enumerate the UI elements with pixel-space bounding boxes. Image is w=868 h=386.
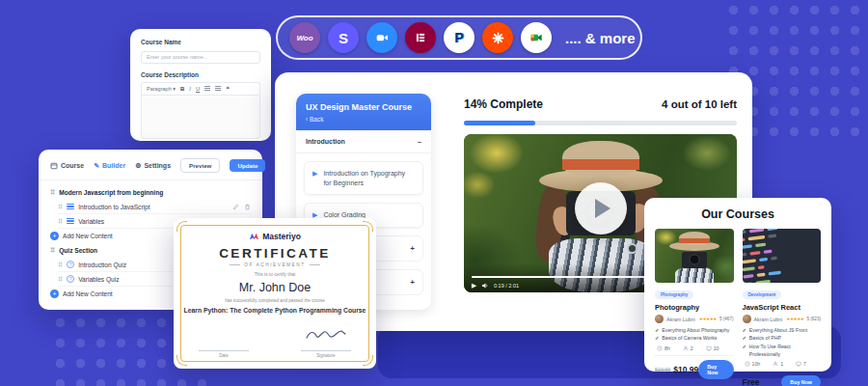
collapse-icon[interactable]: – [418, 138, 421, 145]
lessons-icon [706, 345, 712, 351]
underline-button[interactable]: U [196, 86, 200, 92]
author-avatar [655, 315, 664, 323]
zoom-icon [366, 22, 397, 53]
rating-count: 5 (623) [806, 317, 821, 321]
zapier-icon [482, 22, 513, 53]
plus-icon: + [50, 290, 59, 298]
lessons-icon [796, 361, 801, 367]
align-left-icon[interactable] [204, 85, 210, 92]
update-button[interactable]: Update [230, 159, 265, 172]
progress-bar [464, 121, 737, 125]
back-button[interactable]: ‹ Back [306, 116, 421, 123]
drag-handle-icon[interactable]: ⠿ [58, 262, 63, 268]
lesson-icon [67, 217, 74, 226]
students-icon [683, 345, 689, 351]
author-name: Akram Lubni [666, 317, 695, 322]
italic-button[interactable]: I [189, 86, 191, 92]
trash-icon[interactable] [244, 204, 251, 210]
paragraph-select[interactable]: Paragraph ▾ [147, 86, 176, 92]
course-form-card: Course Name Course Description Paragraph… [130, 29, 271, 141]
edit-icon[interactable] [232, 204, 239, 210]
sidebar-header: UX Design Master Course ‹ Back [296, 94, 431, 130]
section-accordion[interactable]: Introduction – [296, 130, 431, 153]
tab-settings[interactable]: ⚙ Settings [135, 162, 171, 170]
preview-button[interactable]: Preview [180, 158, 220, 173]
course-icon [50, 162, 58, 170]
play-icon: ▶ [312, 169, 317, 187]
certificate-title: CERTIFICATE [174, 246, 376, 261]
section-row[interactable]: ⠿ Modern Javascript from beginning [50, 185, 251, 200]
drag-handle-icon[interactable]: ⠿ [58, 218, 63, 225]
course-name-input[interactable] [141, 51, 260, 64]
quiz-icon: ? [67, 275, 74, 283]
progress-label: 14% Complete [464, 97, 543, 111]
lesson-item[interactable]: ▶ Introduction on Typography for Beginne… [304, 161, 423, 195]
masteriyo-logo-icon [249, 233, 259, 240]
certify-text: This is to certify that [174, 272, 376, 277]
blockquote-icon[interactable]: ❝ [226, 85, 229, 92]
lesson-row[interactable]: ⠿ Introduction to JavaScript [58, 200, 251, 214]
elementor-icon [405, 22, 436, 53]
drag-handle-icon[interactable]: ⠿ [50, 189, 55, 196]
certificate-subtitle: OF ACHIEVEMENT [244, 262, 305, 267]
volume-icon[interactable] [481, 282, 489, 290]
expand-icon[interactable]: + [410, 244, 415, 253]
signature-scribble [305, 328, 347, 342]
brand-name: Masteriyo [262, 232, 301, 241]
signature-line: Signature [301, 350, 351, 358]
buy-now-button[interactable]: Buy Now [781, 375, 821, 386]
category-badge[interactable]: Photography [655, 290, 693, 299]
asterisk-glyph [491, 31, 505, 45]
play-button[interactable]: ▶ [472, 282, 476, 290]
drag-handle-icon[interactable]: ⠿ [58, 204, 63, 210]
check-icon: ✓ [743, 343, 746, 359]
course-name[interactable]: JavaScript React [743, 303, 822, 312]
recipient-name: Mr. John Doe [174, 281, 376, 294]
course-name[interactable]: Photography [655, 303, 734, 312]
star-rating-icon: ★★★★★ [699, 317, 717, 321]
course-card-photography[interactable]: Photography Photography Akram Lubni ★★★★… [655, 229, 734, 386]
meet-glyph [529, 30, 544, 45]
our-courses-card: Our Courses Photography Photography Akra… [644, 198, 831, 372]
builder-tabs: Course ✎ Builder ⚙ Settings Preview Upda… [50, 158, 251, 173]
category-badge[interactable]: Development [743, 290, 782, 299]
check-icon: ✓ [655, 334, 659, 342]
course-card-javascript-react[interactable]: Development JavaScript React Akram Lubni… [743, 229, 822, 386]
video-camera-glyph [374, 30, 390, 45]
course-thumbnail [655, 229, 734, 283]
tab-builder[interactable]: ✎ Builder [94, 162, 125, 170]
marketing-banner: Woo S P .... & more Course Name Course D… [0, 0, 868, 386]
buy-now-button[interactable]: Buy Now [698, 360, 733, 379]
drag-handle-icon[interactable]: ⠿ [50, 247, 55, 254]
lesson-icon [67, 203, 74, 211]
code-thumbnail [743, 229, 822, 283]
clock-icon [657, 345, 663, 351]
students-icon [773, 361, 778, 367]
gear-icon: ⚙ [135, 162, 141, 170]
expand-icon[interactable]: + [410, 278, 415, 287]
big-play-button[interactable] [575, 182, 627, 234]
tab-course[interactable]: Course [50, 162, 84, 170]
more-integrations-label: .... & more [565, 30, 636, 46]
price: Free [743, 377, 760, 386]
price: $10.99 [673, 365, 698, 374]
course-thumbnail [743, 229, 822, 283]
align-right-icon[interactable] [215, 85, 221, 92]
progress-fill [464, 121, 535, 125]
plus-icon: + [50, 232, 59, 240]
author-avatar [743, 315, 751, 323]
play-triangle-icon [595, 199, 610, 218]
completed-text: has successfully completed and passed th… [174, 298, 376, 303]
course-name: Learn Python: The Complete Python Progra… [174, 307, 376, 314]
check-icon: ✓ [655, 326, 659, 334]
course-name-label: Course Name [141, 39, 260, 45]
integrations-bar: Woo S P .... & more [276, 15, 642, 60]
course-title: UX Design Master Course [306, 102, 421, 113]
bold-button[interactable]: B [180, 86, 184, 92]
course-description-textarea[interactable] [141, 95, 260, 139]
paypal-icon: P [444, 22, 475, 53]
elementor-glyph [414, 31, 427, 44]
drag-handle-icon[interactable]: ⠿ [58, 276, 63, 283]
richtext-toolbar: Paragraph ▾ B I U ❝ [141, 82, 260, 95]
video-time: 0:19 / 2:01 [494, 283, 519, 289]
